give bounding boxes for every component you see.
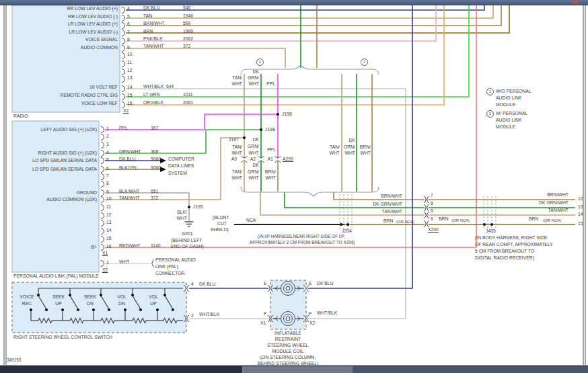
- pin-symbol-pal-pin-4: [101, 151, 104, 157]
- pin-symbol-radio-pin-7: [122, 30, 125, 36]
- splice-dot-2: [243, 136, 246, 139]
- splice-dot-4: [340, 223, 342, 226]
- splice-dot-16: [92, 308, 95, 311]
- pin-symbol-radio-pin-6: [122, 23, 125, 29]
- taskbar-segment-0[interactable]: [0, 366, 242, 373]
- taskbar-segment-1[interactable]: [242, 366, 353, 373]
- radio-module-box: [12, 5, 120, 112]
- wire-pal-ground-blk-wht-651: [105, 193, 189, 221]
- pin-symbol-pal-pin-10: [101, 197, 104, 203]
- pin-symbol-radio-pin-16: [122, 102, 125, 108]
- harness-split-brace-top: [241, 65, 379, 75]
- pin-symbol-pal-x2-pin-1: [101, 261, 104, 267]
- pin-symbol-radio-pin-4: [122, 7, 125, 13]
- splice-dot-17: [131, 294, 134, 296]
- splice-dot-19: [124, 308, 126, 311]
- gap-connector-x200-pin7: [425, 198, 429, 202]
- wire-rr-low-lev-audio-pos-dk-blu-546: [126, 5, 484, 10]
- wire-coil-out-e-dk-blu: [306, 5, 412, 288]
- gap-coil-conn-f-right: [304, 317, 308, 321]
- gap-connector-x200-pin5: [425, 214, 429, 217]
- splice-dot-12: [77, 308, 79, 311]
- pin-symbol-pal-pin-13: [101, 220, 104, 226]
- splice-dot-13: [61, 308, 64, 311]
- pin-symbol-pal-pin-8: [101, 181, 104, 188]
- wire-audio-common-tan-wht-372: [126, 48, 285, 68]
- wire-fan-brn-wht: [334, 192, 575, 200]
- pin-symbol-radio-pin-10: [122, 53, 125, 59]
- splice-dot-22: [156, 308, 159, 311]
- pin-symbol-pal-pin-2: [101, 134, 104, 140]
- splice-dot-18: [139, 308, 142, 311]
- pin-symbol-pal-pin-1: [101, 127, 104, 133]
- splice-dot-1: [260, 128, 262, 131]
- pin-symbol-pal-pin-12: [101, 213, 104, 219]
- pin-symbol-radio-pin-11: [122, 61, 125, 67]
- gap-connector-x200-pin8: [425, 206, 429, 210]
- pin-symbol-pal-pin-7: [101, 174, 104, 180]
- wire-pal-right-audio-sig-grn-wht-368: [105, 130, 261, 153]
- wire-remote-radio-ctrl-lt-grn-1011: [126, 5, 469, 97]
- pin-symbol-radio-pin-15: [122, 94, 125, 100]
- window-titlebar[interactable]: [0, 0, 588, 5]
- splice-dot-5: [346, 223, 349, 226]
- arrow-icon-data-line-arrow-2: [160, 167, 166, 172]
- wire-pal-audio-common-tan-wht-372: [105, 138, 244, 200]
- gap-coil-conn-e-left: [268, 287, 272, 290]
- wire-pal-bplus-red-wht-1140: [105, 5, 476, 247]
- pin-symbol-radio-pin-5: [122, 15, 125, 22]
- splice-dot-0: [277, 113, 279, 116]
- pin-symbol-pal-pin-16: [101, 245, 104, 251]
- pin-symbol-pal-pin-9: [101, 190, 104, 196]
- splice-dot-6: [483, 223, 486, 226]
- pin-symbol-pal-pin-3: [101, 142, 104, 149]
- pin-symbol-pal-pin-5: [101, 158, 104, 164]
- pin-symbol-pal-pin-6: [101, 167, 104, 173]
- pin-symbol-radio-pin-14: [122, 86, 125, 92]
- titlebar-accent-icon[interactable]: [573, 1, 578, 4]
- arrow-icon-data-line-arrow-1: [160, 158, 166, 163]
- wire-rr-low-lev-audio-neg-tan-1946: [126, 5, 493, 18]
- gap-connector-x200-pin6: [425, 222, 429, 226]
- splice-dot-15: [108, 308, 110, 311]
- pin-symbol-radio-pin-12: [122, 69, 125, 75]
- taskbar[interactable]: [0, 365, 588, 373]
- splice-dot-3: [188, 206, 190, 208]
- pin-symbol-radio-pin-13: [122, 77, 125, 83]
- wiring-diagram-page: RR LOW LEV AUDIO (+)RR LOW LEV AUDIO (-)…: [0, 0, 588, 373]
- wire-lr-low-lev-audio-neg-brn-1999: [126, 5, 509, 33]
- wire-fan-tan-wht: [260, 192, 575, 215]
- taskbar-segment-2[interactable]: [352, 366, 588, 373]
- gap-switch-connector-pin4: [184, 287, 188, 290]
- splice-dot-7: [490, 223, 493, 226]
- splice-dot-20: [163, 294, 166, 296]
- splice-dot-9: [45, 308, 48, 311]
- splice-dot-10: [30, 308, 32, 311]
- wiring-diagram-canvas: [0, 0, 588, 373]
- pin-symbol-pal-pin-15: [101, 237, 104, 243]
- wire-lr-low-lev-audio-pos-brn-wht-599: [126, 5, 501, 26]
- wire-voice-signal-pnk-blk-2062: [126, 5, 436, 41]
- gap-coil-conn-e-right: [304, 287, 308, 290]
- splice-dot-8: [37, 294, 40, 296]
- splice-dot-14: [100, 294, 102, 296]
- pin-symbol-pal-pin-11: [101, 205, 104, 211]
- splice-dot-11: [69, 294, 71, 296]
- connector-half-icon-pal-connector-half: [152, 260, 154, 267]
- pal-module-box: [12, 121, 99, 272]
- splice-dot-21: [172, 308, 174, 311]
- pin-symbol-pal-pin-14: [101, 229, 104, 235]
- wire-pal-left-audio-sig-ppl-367: [105, 114, 278, 130]
- pin-symbol-radio-pin-9: [122, 46, 125, 52]
- gap-switch-connector-pin2: [184, 317, 188, 321]
- pin-symbol-radio-pin-8: [122, 38, 125, 44]
- gap-coil-conn-f-left: [268, 317, 272, 321]
